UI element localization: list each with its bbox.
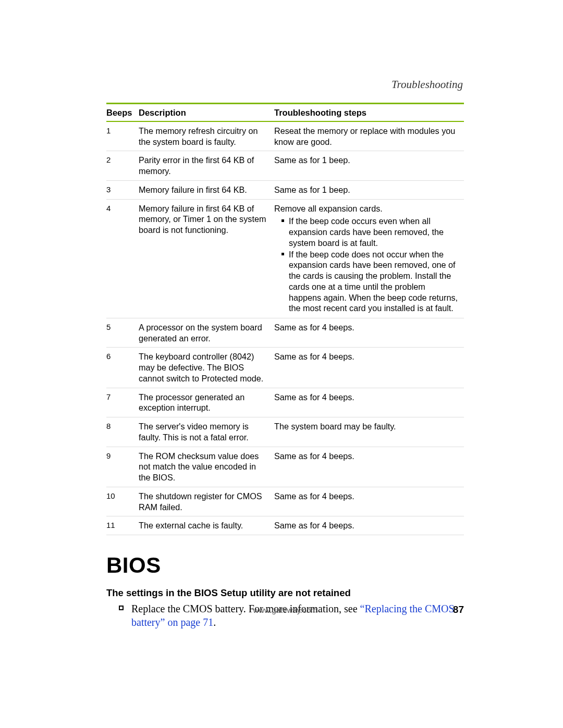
subheading: The settings in the BIOS Setup utility a… <box>106 587 464 599</box>
cell-description: The shutdown register for CMOS RAM faile… <box>139 487 274 516</box>
steps-list-item: If the beep code does not occur when the… <box>282 249 459 314</box>
table-row: 4Memory failure in first 64 KB of memory… <box>106 199 464 318</box>
steps-list: If the beep code occurs even when all ex… <box>274 216 459 314</box>
cell-steps: Same as for 1 beep. <box>274 180 464 199</box>
cell-description: Memory failure in first 64 KB of memory,… <box>139 199 274 318</box>
beep-codes-table: Beeps Description Troubleshooting steps … <box>106 104 464 535</box>
cell-steps: Same as for 4 beeps. <box>274 318 464 348</box>
cell-beeps: 8 <box>106 417 139 447</box>
cell-beeps: 2 <box>106 151 139 180</box>
bullet-suffix: . <box>213 616 216 628</box>
table-row: 2Parity error in the first 64 KB of memo… <box>106 151 464 180</box>
section-label: Troubleshooting <box>106 78 464 91</box>
table-row: 9The ROM checksum value does not match t… <box>106 447 464 487</box>
cell-beeps: 7 <box>106 388 139 417</box>
col-header-steps: Troubleshooting steps <box>274 104 464 121</box>
cell-beeps: 5 <box>106 318 139 348</box>
col-header-beeps: Beeps <box>106 104 139 121</box>
table-row: 11The external cache is faulty.Same as f… <box>106 516 464 535</box>
cell-steps: The system board may be faulty. <box>274 417 464 447</box>
cell-description: A processor on the system board generate… <box>139 318 274 348</box>
cell-steps: Same as for 4 beeps. <box>274 447 464 487</box>
cell-beeps: 1 <box>106 121 139 151</box>
table-header-row: Beeps Description Troubleshooting steps <box>106 104 464 121</box>
table-row: 1The memory refresh circuitry on the sys… <box>106 121 464 151</box>
table-row: 7The processor generated an exception in… <box>106 388 464 417</box>
table-row: 10The shutdown register for CMOS RAM fai… <box>106 487 464 516</box>
cell-steps: Same as for 4 beeps. <box>274 516 464 535</box>
table-row: 3Memory failure in first 64 KB.Same as f… <box>106 180 464 199</box>
col-header-description: Description <box>139 104 274 121</box>
cell-steps: Remove all expansion cards.If the beep c… <box>274 199 464 318</box>
cell-beeps: 11 <box>106 516 139 535</box>
page-footer: www.gateway.com 87 <box>106 606 464 614</box>
cell-description: The ROM checksum value does not match th… <box>139 447 274 487</box>
cell-description: The memory refresh circuitry on the syst… <box>139 121 274 151</box>
cell-description: The server's video memory is faulty. Thi… <box>139 417 274 447</box>
cell-beeps: 10 <box>106 487 139 516</box>
table-row: 6The keyboard controller (8042) may be d… <box>106 348 464 388</box>
steps-lead: Remove all expansion cards. <box>274 203 459 214</box>
cell-steps: Same as for 4 beeps. <box>274 388 464 417</box>
cell-description: The processor generated an exception int… <box>139 388 274 417</box>
cell-beeps: 4 <box>106 199 139 318</box>
cell-description: Parity error in the first 64 KB of memor… <box>139 151 274 180</box>
steps-list-item: If the beep code occurs even when all ex… <box>282 216 459 248</box>
cell-steps: Same as for 1 beep. <box>274 151 464 180</box>
footer-url: www.gateway.com <box>106 606 464 614</box>
heading-bios: BIOS <box>106 553 464 578</box>
footer-page-number: 87 <box>453 604 464 615</box>
table-row: 5A processor on the system board generat… <box>106 318 464 348</box>
cell-beeps: 3 <box>106 180 139 199</box>
cell-steps: Same as for 4 beeps. <box>274 487 464 516</box>
table-row: 8The server's video memory is faulty. Th… <box>106 417 464 447</box>
cell-beeps: 6 <box>106 348 139 388</box>
cell-description: Memory failure in first 64 KB. <box>139 180 274 199</box>
cell-beeps: 9 <box>106 447 139 487</box>
cell-steps: Reseat the memory or replace with module… <box>274 121 464 151</box>
cell-description: The keyboard controller (8042) may be de… <box>139 348 274 388</box>
cell-description: The external cache is faulty. <box>139 516 274 535</box>
cell-steps: Same as for 4 beeps. <box>274 348 464 388</box>
